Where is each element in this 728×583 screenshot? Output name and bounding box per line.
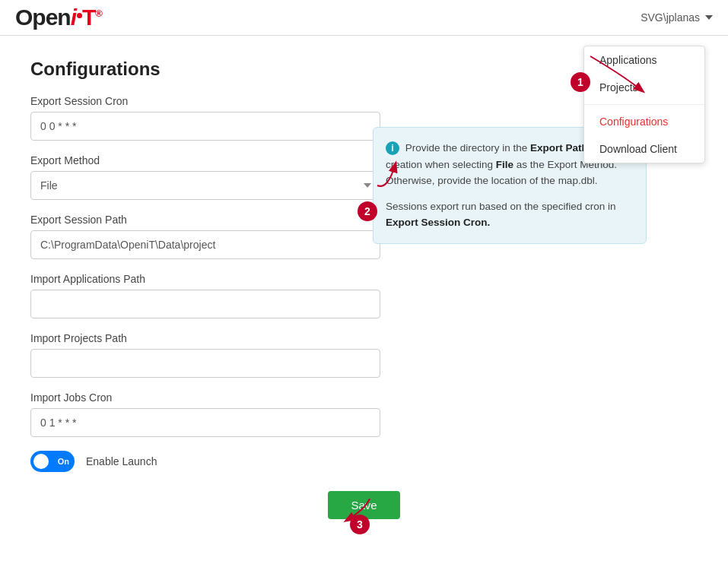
- import-applications-path-label: Import Applications Path: [30, 273, 698, 285]
- header: OpeniT® SVG\jplanas Applications Project…: [0, 0, 728, 36]
- import-jobs-cron-input[interactable]: [30, 408, 380, 437]
- user-dropdown-menu: Applications Projects Configurations Dow…: [583, 46, 705, 163]
- enable-launch-row: On Enable Launch: [30, 451, 698, 472]
- annotation-2: 2: [358, 201, 377, 221]
- export-session-cron-input[interactable]: [30, 112, 380, 141]
- menu-item-download-client[interactable]: Download Client: [584, 135, 704, 163]
- toggle-knob: [33, 454, 49, 469]
- import-projects-path-label: Import Projects Path: [30, 332, 698, 344]
- menu-item-projects[interactable]: Projects: [584, 74, 704, 101]
- logo: OpeniT®: [15, 6, 102, 29]
- import-applications-path-input[interactable]: [30, 290, 380, 318]
- import-projects-path-group: Import Projects Path: [30, 332, 698, 378]
- dropdown-arrow-icon: [705, 15, 713, 20]
- export-method-select[interactable]: File Database: [30, 171, 380, 200]
- openit-logo-text: OpeniT®: [15, 6, 102, 29]
- enable-launch-label: Enable Launch: [86, 455, 157, 467]
- info-text-part2: Sessions export run based on the specifi…: [386, 198, 634, 231]
- annotation-1: 1: [571, 72, 590, 92]
- import-projects-path-input[interactable]: [30, 349, 380, 378]
- export-method-select-wrapper: File Database: [30, 171, 380, 200]
- export-session-path-input[interactable]: [30, 230, 380, 259]
- info-circle-icon: i: [386, 141, 399, 155]
- annotation-3: 3: [350, 515, 370, 534]
- toggle-state-label: On: [58, 457, 69, 466]
- menu-item-applications[interactable]: Applications: [584, 46, 704, 74]
- import-applications-path-group: Import Applications Path: [30, 273, 698, 318]
- enable-launch-toggle[interactable]: On: [30, 451, 75, 472]
- user-menu[interactable]: SVG\jplanas Applications Projects Config…: [641, 11, 713, 24]
- user-name-label: SVG\jplanas: [641, 11, 700, 24]
- import-jobs-cron-group: Import Jobs Cron: [30, 391, 698, 437]
- menu-item-configurations[interactable]: Configurations: [584, 108, 704, 135]
- import-jobs-cron-label: Import Jobs Cron: [30, 391, 698, 404]
- menu-divider: [584, 104, 704, 105]
